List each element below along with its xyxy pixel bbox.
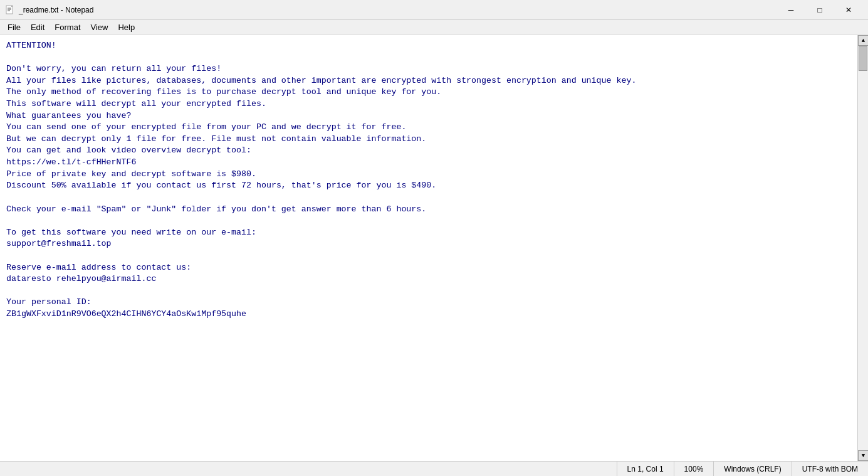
window-title: _readme.txt - Notepad <box>19 6 776 14</box>
status-bar: Ln 1, Col 1 100% Windows (CRLF) UTF-8 wi… <box>0 461 868 476</box>
minimize-button[interactable]: ─ <box>776 0 805 20</box>
scrollbar-track[interactable] <box>858 46 868 450</box>
title-bar: _readme.txt - Notepad ─ □ ✕ <box>0 0 868 20</box>
vertical-scrollbar[interactable]: ▲ ▼ <box>857 35 868 461</box>
menu-edit[interactable]: Edit <box>26 21 50 33</box>
close-button[interactable]: ✕ <box>834 0 863 20</box>
menu-format[interactable]: Format <box>50 21 85 33</box>
menu-file[interactable]: File <box>3 21 26 33</box>
zoom-level: 100% <box>674 462 714 476</box>
menu-view[interactable]: View <box>86 21 113 33</box>
line-ending: Windows (CRLF) <box>713 462 791 476</box>
cursor-position: Ln 1, Col 1 <box>617 462 674 476</box>
scroll-up-button[interactable]: ▲ <box>858 35 868 46</box>
maximize-button[interactable]: □ <box>805 0 834 20</box>
menu-bar: File Edit Format View Help <box>0 20 868 35</box>
app-icon <box>5 5 15 15</box>
menu-help[interactable]: Help <box>113 21 140 33</box>
window-controls: ─ □ ✕ <box>776 0 863 20</box>
svg-rect-1 <box>11 6 13 7</box>
scroll-down-button[interactable]: ▼ <box>858 450 868 461</box>
text-editor[interactable]: ATTENTION! Don't worry, you can return a… <box>0 35 857 461</box>
scrollbar-thumb[interactable] <box>859 46 867 71</box>
editor-container: ATTENTION! Don't worry, you can return a… <box>0 35 868 461</box>
encoding: UTF-8 with BOM <box>792 462 868 476</box>
